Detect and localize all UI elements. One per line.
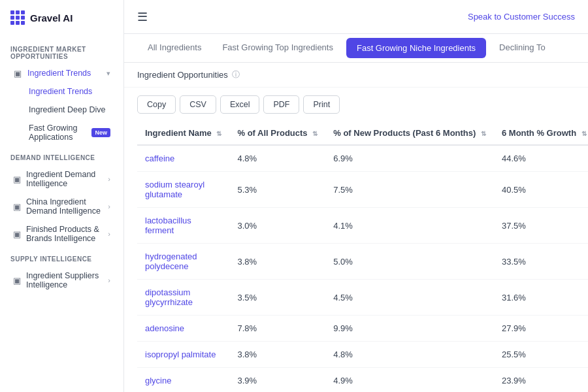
table-row: sodium stearoyl glutamate5.3%7.5%40.5%25…: [137, 172, 588, 208]
sort-icon: ⇅: [581, 130, 587, 137]
growth-cell: 27.9%: [494, 316, 588, 342]
info-icon: ⓘ: [232, 69, 240, 80]
sidebar-subitem-ingredient-trends[interactable]: Ingredient Trends: [3, 82, 121, 101]
table-row: lactobacillus ferment3.0%4.1%37.5%20.4%: [137, 208, 588, 244]
ingredient-name-cell[interactable]: adenosine: [137, 316, 229, 342]
table-row: glycine3.9%4.9%23.9%10.1%: [137, 368, 588, 393]
pct-new-cell: 9.9%: [325, 316, 494, 342]
chart-icon: ▣: [13, 202, 21, 211]
pdf-button[interactable]: PDF: [263, 95, 299, 114]
table-row: dipotassium glycyrrhizate3.5%4.5%31.6%16…: [137, 280, 588, 316]
chevron-right-icon: ›: [108, 175, 110, 183]
ingredient-name-cell[interactable]: caffeine: [137, 145, 229, 172]
tab-declining-to[interactable]: Declining To: [489, 35, 556, 61]
chevron-right-icon: ›: [108, 276, 110, 284]
growth-cell: 37.5%: [494, 208, 588, 244]
sort-icon: ⇅: [312, 130, 318, 137]
table-header-row: Ingredient Name ⇅ % of All Products ⇅ % …: [137, 122, 588, 145]
table-row: hydrogenated polydecene3.8%5.0%33.5%18.3…: [137, 244, 588, 280]
growth-cell: 25.5%: [494, 342, 588, 368]
ingredient-name-cell[interactable]: sodium stearoyl glutamate: [137, 172, 229, 208]
opportunities-bar: Ingredient Opportunities ⓘ: [124, 63, 588, 88]
tab-fast-growing-top[interactable]: Fast Growing Top Ingredients: [212, 35, 344, 61]
sidebar-item-china-demand[interactable]: ▣ China Ingredient Demand Intelligence ›: [3, 193, 121, 220]
sidebar-item-ingredient-trends[interactable]: ▣ Ingredient Trends ▾: [3, 64, 121, 82]
col-ingredient-name[interactable]: Ingredient Name ⇅: [137, 122, 229, 145]
pct-all-cell: 3.5%: [229, 280, 325, 316]
section-label-ingredient: INGREDIENT MARKET OPPORTUNITIES: [0, 38, 123, 64]
growth-cell: 40.5%: [494, 172, 588, 208]
growth-cell: 23.9%: [494, 368, 588, 393]
tab-bar: All Ingredients Fast Growing Top Ingredi…: [124, 34, 588, 63]
action-bar: Copy CSV Excel PDF Print: [124, 88, 588, 122]
sidebar: Gravel AI INGREDIENT MARKET OPPORTUNITIE…: [0, 0, 124, 392]
sidebar-item-label: Ingredient Trends: [27, 69, 91, 78]
pct-all-cell: 3.8%: [229, 342, 325, 368]
tab-all-ingredients[interactable]: All Ingredients: [137, 35, 212, 61]
pct-new-cell: 4.1%: [325, 208, 494, 244]
pct-all-cell: 5.3%: [229, 172, 325, 208]
logo-grid-icon: [10, 10, 25, 25]
speak-to-success-link[interactable]: Speak to Customer Success: [468, 12, 575, 22]
sidebar-item-label: Ingredient Suppliers Intelligence: [26, 271, 103, 289]
pct-all-cell: 3.0%: [229, 208, 325, 244]
menu-icon[interactable]: ☰: [137, 10, 148, 24]
chevron-down-icon: ▾: [106, 69, 110, 78]
col-pct-all-products[interactable]: % of All Products ⇅: [229, 122, 325, 145]
pct-all-cell: 3.9%: [229, 368, 325, 393]
table-body: caffeine4.8%6.9%44.6%14.0%sodium stearoy…: [137, 145, 588, 392]
csv-button[interactable]: CSV: [180, 95, 216, 114]
pct-new-cell: 5.0%: [325, 244, 494, 280]
pct-new-cell: 4.9%: [325, 368, 494, 393]
growth-cell: 31.6%: [494, 280, 588, 316]
content-area: All Ingredients Fast Growing Top Ingredi…: [124, 34, 588, 392]
ingredient-name-cell[interactable]: isopropyl palmitate: [137, 342, 229, 368]
chevron-right-icon: ›: [108, 230, 110, 238]
col-six-month-growth[interactable]: 6 Month % Growth ⇅: [494, 122, 588, 145]
app-logo: Gravel AI: [0, 10, 123, 38]
excel-button[interactable]: Excel: [220, 95, 260, 114]
growth-cell: 33.5%: [494, 244, 588, 280]
list-icon: ▣: [13, 276, 21, 285]
growth-cell: 44.6%: [494, 145, 588, 172]
table-row: isopropyl palmitate3.8%4.8%25.5%18.3%: [137, 342, 588, 368]
sidebar-subitem-label: Fast Growing Applications: [29, 123, 86, 142]
sidebar-item-label: Ingredient Demand Intelligence: [26, 170, 103, 188]
app-name: Gravel AI: [30, 12, 73, 24]
sidebar-item-finished-products[interactable]: ▣ Finished Products & Brands Intelligenc…: [3, 220, 121, 248]
copy-button[interactable]: Copy: [137, 95, 176, 114]
new-badge: New: [91, 128, 110, 137]
pct-all-cell: 3.8%: [229, 244, 325, 280]
sidebar-item-ingredient-demand[interactable]: ▣ Ingredient Demand Intelligence ›: [3, 165, 121, 193]
sidebar-item-ingredient-suppliers[interactable]: ▣ Ingredient Suppliers Intelligence ›: [3, 267, 121, 294]
main-content: ☰ Speak to Customer Success All Ingredie…: [124, 0, 588, 392]
ingredients-table: Ingredient Name ⇅ % of All Products ⇅ % …: [137, 122, 588, 392]
ingredient-name-cell[interactable]: lactobacillus ferment: [137, 208, 229, 244]
table-row: adenosine7.8%9.9%27.9%10.4%: [137, 316, 588, 342]
sidebar-item-label: China Ingredient Demand Intelligence: [26, 197, 103, 216]
pct-new-cell: 7.5%: [325, 172, 494, 208]
chart-icon: ▣: [13, 229, 21, 238]
ingredient-name-cell[interactable]: hydrogenated polydecene: [137, 244, 229, 280]
topbar: ☰ Speak to Customer Success: [124, 0, 588, 34]
sidebar-subitem-ingredient-deep-dive[interactable]: Ingredient Deep Dive: [3, 101, 121, 119]
ingredients-table-wrapper: Ingredient Name ⇅ % of All Products ⇅ % …: [124, 122, 588, 392]
ingredient-name-cell[interactable]: glycine: [137, 368, 229, 393]
chart-icon: ▣: [13, 69, 22, 78]
sidebar-subitem-fast-growing-applications[interactable]: Fast Growing Applications New: [3, 119, 121, 146]
sidebar-subitem-label: Ingredient Trends: [29, 87, 92, 96]
print-button[interactable]: Print: [303, 95, 340, 114]
sidebar-item-label: Finished Products & Brands Intelligence: [26, 225, 103, 243]
sidebar-subitem-label: Ingredient Deep Dive: [29, 105, 105, 114]
table-row: caffeine4.8%6.9%44.6%14.0%: [137, 145, 588, 172]
pct-new-cell: 4.5%: [325, 280, 494, 316]
pct-all-cell: 4.8%: [229, 145, 325, 172]
section-label-demand: DEMAND INTELLIGENCE: [0, 146, 123, 165]
col-pct-new-products[interactable]: % of New Products (Past 6 Months) ⇅: [325, 122, 494, 145]
opportunities-label: Ingredient Opportunities: [137, 70, 228, 80]
pct-all-cell: 7.8%: [229, 316, 325, 342]
section-label-supply: SUPPLY INTELLIGENCE: [0, 248, 123, 267]
pct-new-cell: 4.8%: [325, 342, 494, 368]
ingredient-name-cell[interactable]: dipotassium glycyrrhizate: [137, 280, 229, 316]
tab-fast-growing-niche[interactable]: Fast Growing Niche Ingredients: [346, 38, 486, 58]
